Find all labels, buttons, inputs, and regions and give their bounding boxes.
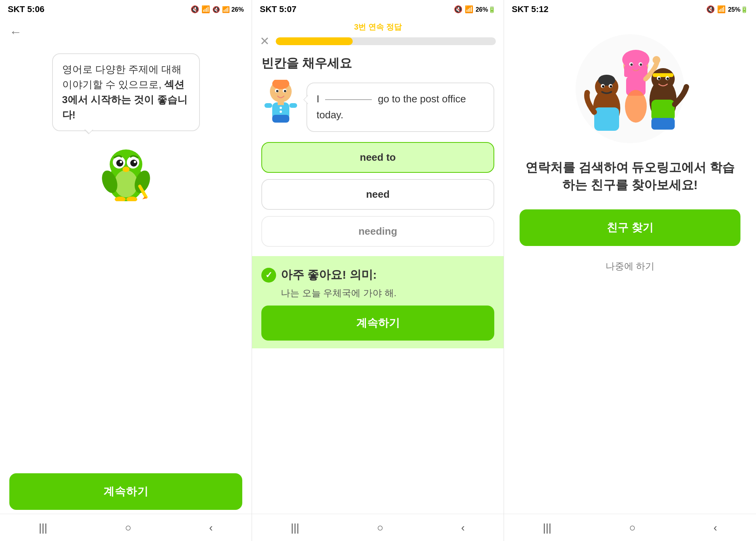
menu-icon-3: ||| [543, 522, 551, 534]
check-icon: ✓ [261, 268, 276, 283]
back-nav-icon-2: ‹ [461, 522, 465, 534]
svg-point-46 [653, 56, 660, 64]
duolingo-owl [95, 139, 157, 201]
progress-bar [276, 37, 496, 45]
header-row: ✕ [260, 35, 496, 47]
time-3: SKT 5:12 [512, 4, 548, 14]
feedback-overlay: ✓ 아주 좋아요! 의미: 나는 오늘 우체국에 가야 해. 계속하기 [252, 256, 504, 348]
mute-icon-2: 🔇 [454, 5, 462, 14]
back-nav-icon-3: ‹ [714, 522, 717, 534]
svg-point-28 [280, 111, 282, 113]
home-icon-2: ○ [377, 522, 383, 534]
signal-icon-3: 📶 [717, 5, 726, 14]
feedback-meaning: 나는 오늘 우체국에 가야 해. [261, 287, 494, 299]
menu-icon: ||| [39, 522, 47, 534]
sentence-bubble: I go to the post office today. [306, 83, 494, 132]
svg-rect-49 [653, 73, 674, 77]
panel3-title: 연락처를 검색하여 듀오링고에서 학습하는 친구를 찾아보세요! [520, 159, 740, 194]
svg-point-21 [284, 90, 286, 92]
sentence-before: I [317, 93, 319, 105]
time-1: SKT 5:06 [8, 4, 44, 14]
svg-rect-24 [272, 115, 289, 123]
friends-illustration [564, 26, 696, 151]
svg-point-7 [120, 161, 122, 163]
svg-point-36 [610, 85, 612, 88]
sentence-after: go to the post office today. [317, 93, 466, 121]
exercise-title: 빈칸을 채우세요 [252, 47, 504, 76]
continue-button-2[interactable]: 계속하기 [261, 306, 494, 341]
option-button-1[interactable]: need to [261, 142, 494, 173]
later-button[interactable]: 나중에 하기 [599, 254, 661, 279]
panel-1: SKT 5:06 🔇 📶 🔇 📶 26% ← 영어로 다양한 주제에 대해 이야… [0, 0, 252, 541]
battery-2: 26%🔋 [476, 6, 496, 13]
status-bar-2: SKT 5:07 🔇 📶 26%🔋 [252, 0, 504, 19]
progress-fill [276, 37, 353, 45]
svg-rect-37 [594, 107, 619, 131]
svg-point-53 [667, 77, 669, 80]
svg-point-44 [640, 63, 642, 66]
feedback-title: ✓ 아주 좋아요! 의미: [261, 267, 494, 283]
panel1-nav: ← [0, 19, 252, 46]
svg-point-9 [122, 167, 130, 172]
panel-3: SKT 5:12 🔇 📶 25%🔋 [504, 0, 756, 541]
bubble-text: 영어로 다양한 주제에 대해 이야기할 수 있으므로, 섹션 3에서 시작하는 … [62, 63, 187, 121]
status-icons-3: 🔇 📶 25%🔋 [706, 5, 748, 14]
bubble-bold: 섹션 3에서 시작하는 것이 좋습니다! [62, 79, 187, 121]
continue-button-1[interactable]: 계속하기 [9, 473, 242, 510]
mute-icon-3: 🔇 [706, 5, 715, 14]
find-friend-button[interactable]: 친구 찾기 [520, 209, 740, 246]
speech-bubble: 영어로 다양한 주제에 대해 이야기할 수 있으므로, 섹션 3에서 시작하는 … [52, 53, 200, 131]
panel1-content: 영어로 다양한 주제에 대해 이야기할 수 있으므로, 섹션 3에서 시작하는 … [0, 46, 252, 541]
svg-point-6 [130, 160, 137, 167]
home-icon: ○ [125, 522, 131, 534]
home-icon-3: ○ [629, 522, 636, 534]
svg-point-2 [114, 170, 138, 197]
panel-2: SKT 5:07 🔇 📶 26%🔋 3번 연속 정답 ✕ 빈칸을 채우세요 [252, 0, 504, 541]
bottom-nav-1: ||| ○ ‹ [0, 514, 252, 541]
battery-3: 25%🔋 [728, 6, 748, 13]
character-area: I go to the post office today. [252, 76, 504, 136]
feedback-title-text: 아주 좋아요! 의미: [281, 267, 377, 283]
character-svg [261, 80, 300, 130]
svg-point-35 [602, 85, 604, 88]
svg-rect-23 [278, 101, 284, 105]
svg-point-20 [276, 90, 278, 92]
mute-icon: 🔇 [191, 5, 199, 14]
status-icons-1: 🔇 📶 🔇 📶 26% [191, 5, 244, 14]
menu-icon-2: ||| [291, 522, 299, 534]
battery-icon: 🔇 📶 26% [212, 6, 244, 13]
character-figure [261, 80, 300, 132]
svg-rect-26 [289, 103, 297, 108]
status-bar-3: SKT 5:12 🔇 📶 25%🔋 [504, 0, 756, 19]
panel2-header: 3번 연속 정답 ✕ [252, 19, 504, 47]
svg-point-32 [598, 75, 615, 86]
close-button[interactable]: ✕ [260, 35, 270, 47]
option-button-2[interactable]: need [261, 179, 494, 210]
signal-icon-2: 📶 [465, 5, 473, 14]
panel3-content: 연락처를 검색하여 듀오링고에서 학습하는 친구를 찾아보세요! 친구 찾기 나… [504, 19, 756, 514]
svg-point-43 [630, 63, 633, 66]
svg-point-52 [658, 77, 660, 80]
signal-icon: 📶 [201, 5, 210, 14]
svg-rect-55 [651, 118, 675, 130]
status-bar-1: SKT 5:06 🔇 📶 🔇 📶 26% [0, 0, 252, 19]
svg-point-56 [625, 90, 647, 123]
back-nav-icon: ‹ [209, 522, 213, 534]
options-area: need to need needing [252, 136, 504, 253]
blank-line [325, 99, 372, 100]
svg-rect-25 [264, 103, 272, 108]
svg-point-27 [280, 107, 282, 109]
svg-point-5 [116, 160, 123, 167]
bottom-nav-3: ||| ○ ‹ [504, 514, 756, 541]
option-button-3[interactable]: needing [261, 216, 494, 247]
back-button[interactable]: ← [9, 25, 22, 39]
status-icons-2: 🔇 📶 26%🔋 [454, 5, 496, 14]
time-2: SKT 5:07 [260, 4, 296, 14]
svg-point-8 [134, 161, 136, 163]
streak-label: 3번 연속 정답 [260, 22, 496, 32]
svg-rect-54 [651, 100, 675, 121]
svg-point-48 [651, 68, 675, 90]
bottom-nav-2: ||| ○ ‹ [252, 514, 504, 541]
